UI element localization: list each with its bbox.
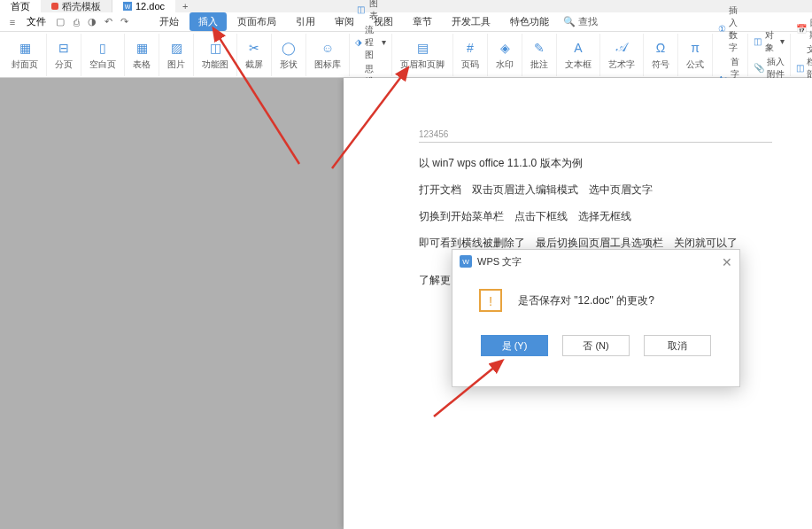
smartart-button[interactable]: ◫功能图: [199, 39, 231, 71]
hamburger-icon[interactable]: ≡: [5, 15, 19, 29]
page-number-icon: #: [461, 39, 479, 57]
dialog-body: ! 是否保存对 "12.doc" 的更改?: [452, 273, 739, 328]
print-icon[interactable]: ⎙: [69, 15, 83, 29]
tab-label: 首页: [11, 0, 30, 13]
search-icon: 🔍: [563, 16, 576, 27]
page-number-button[interactable]: #页码: [459, 39, 482, 71]
comment-button[interactable]: ✎批注: [528, 39, 551, 71]
menu-bar: ≡ 文件 ▢ ⎙ ◑ ↶ ↷ 开始 插入 页面布局 引用 审阅 视图 章节 开发…: [0, 12, 812, 32]
wordart-icon: 𝒜: [613, 39, 630, 57]
page-break-button[interactable]: ⊟分页: [52, 39, 75, 71]
header-line: [419, 142, 772, 143]
word-icon: W: [123, 2, 132, 11]
body-text: 切换到开始菜单栏 点击下框线 选择无框线: [419, 209, 631, 224]
textbox-icon: A: [569, 39, 587, 57]
shape-icon: ◯: [280, 39, 298, 57]
comment-icon: ✎: [530, 39, 548, 57]
search-box[interactable]: 🔍 查找: [563, 12, 598, 31]
attachment-button[interactable]: 📎插入附件: [754, 56, 785, 81]
blank-page-button[interactable]: ▯空白页: [87, 39, 119, 71]
dialog-message: 是否保存对 "12.doc" 的更改?: [518, 293, 654, 308]
search-label: 查找: [578, 15, 598, 28]
screenshot-button[interactable]: ✂截屏: [243, 39, 266, 71]
chart-icon: ◫: [355, 4, 367, 16]
tab-reference[interactable]: 引用: [287, 12, 324, 31]
tab-section[interactable]: 章节: [404, 12, 441, 31]
warning-icon: !: [479, 289, 502, 312]
tab-label: 12.doc: [135, 1, 165, 12]
tab-dev[interactable]: 开发工具: [443, 12, 499, 31]
cancel-button[interactable]: 取消: [644, 335, 711, 356]
insert-number-button[interactable]: ①插入数字: [718, 4, 742, 54]
number-icon: ①: [718, 23, 726, 35]
wps-icon: W: [460, 255, 472, 268]
undo-icon[interactable]: ↶: [101, 15, 115, 29]
object-button[interactable]: ◫对象▾: [754, 29, 785, 54]
save-dialog: W WPS 文字 ✕ ! 是否保存对 "12.doc" 的更改? 是 (Y) 否…: [452, 249, 740, 387]
equation-icon: π: [686, 39, 704, 57]
tab-label: 稻壳模板: [62, 0, 101, 13]
wordart-button[interactable]: 𝒜艺术字: [606, 39, 638, 71]
object-icon: ◫: [754, 35, 762, 48]
blank-page-icon: ▯: [94, 39, 112, 57]
body-text: 打开文档 双击页眉进入编辑模式 选中页眉文字: [419, 183, 653, 198]
cover-button[interactable]: ▦封面页: [9, 39, 41, 71]
tab-special[interactable]: 特色功能: [501, 12, 558, 31]
page-break-icon: ⊟: [55, 39, 73, 57]
date-icon: 📅: [796, 23, 807, 35]
yes-button[interactable]: 是 (Y): [481, 335, 548, 356]
header-text: 123456: [419, 129, 448, 139]
body-text: 以 win7 wps office 11.1.0 版本为例: [419, 156, 583, 171]
redo-icon[interactable]: ↷: [117, 15, 131, 29]
tab-document[interactable]: W12.doc: [112, 0, 175, 12]
dialog-titlebar: W WPS 文字 ✕: [452, 250, 739, 273]
save-icon[interactable]: ▢: [53, 15, 67, 29]
tab-start[interactable]: 开始: [151, 12, 188, 31]
icon-lib-button[interactable]: ☺图标库: [312, 39, 344, 71]
close-icon[interactable]: ✕: [722, 255, 732, 269]
file-menu[interactable]: 文件: [21, 13, 51, 30]
watermark-icon: ◈: [496, 39, 514, 57]
flowchart-button[interactable]: ⬗流程图▾: [355, 24, 386, 61]
smartart-icon: ◫: [206, 39, 224, 57]
flowchart-icon: ⬗: [355, 36, 362, 49]
symbol-button[interactable]: Ω符号: [649, 39, 672, 71]
shape-button[interactable]: ◯形状: [277, 39, 300, 71]
table-button[interactable]: ▦表格: [130, 39, 153, 71]
preview-icon[interactable]: ◑: [85, 15, 99, 29]
date-button[interactable]: 📅日期: [796, 17, 812, 42]
dialog-buttons: 是 (Y) 否 (N) 取消: [452, 328, 739, 369]
icon-lib-icon: ☺: [319, 39, 336, 57]
picture-icon: ▨: [167, 39, 185, 57]
dialog-title-text: WPS 文字: [477, 255, 522, 268]
picture-button[interactable]: ▨图片: [165, 39, 188, 71]
tab-insert[interactable]: 插入: [189, 12, 227, 31]
tab-layout[interactable]: 页面布局: [228, 12, 285, 31]
body-text: 了解更: [419, 273, 451, 288]
screenshot-icon: ✂: [245, 39, 263, 57]
equation-button[interactable]: π公式: [684, 39, 707, 71]
attachment-icon: 📎: [754, 62, 764, 74]
table-icon: ▦: [133, 39, 151, 57]
watermark-button[interactable]: ◈水印: [493, 39, 516, 71]
document-tabs: 首页 稻壳模板 W12.doc +: [0, 0, 812, 12]
chart-button[interactable]: ◫图表: [355, 0, 386, 22]
header-footer-icon: ▤: [414, 39, 431, 57]
docparts-icon: ◫: [796, 62, 804, 74]
textbox-button[interactable]: A文本框: [562, 39, 594, 71]
header-footer-button[interactable]: ▤页眉和页脚: [398, 39, 447, 71]
tab-template[interactable]: 稻壳模板: [41, 0, 112, 12]
cover-icon: ▦: [16, 39, 34, 57]
no-button[interactable]: 否 (N): [562, 335, 630, 356]
ribbon: ▦封面页 ⊟分页 ▯空白页 ▦表格 ▨图片 ◫功能图 ✂截屏 ◯形状 ☺图标库 …: [0, 32, 812, 78]
symbol-icon: Ω: [652, 39, 669, 57]
tab-home[interactable]: 首页: [0, 0, 41, 12]
template-icon: [51, 3, 58, 10]
tab-add-button[interactable]: +: [175, 1, 195, 12]
